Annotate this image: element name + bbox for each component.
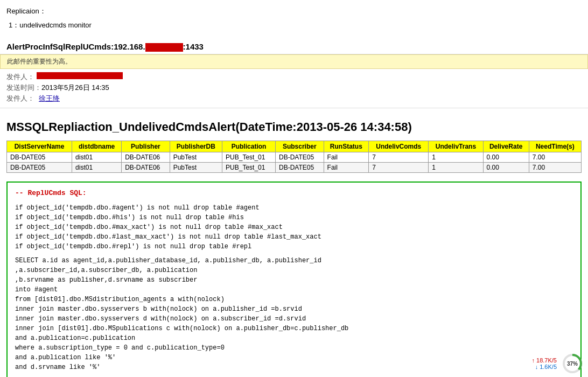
table-row: DB-DATE05 dist01 DB-DATE06 PubTest PUB_T… [7,152,582,163]
alert-proc-suffix: :1433 [183,42,204,51]
sql-line: ,a.subscriber_id,a.subscriber_db, a.publ… [15,266,573,275]
main-body: MSSQLRepliaction_UndelivedCmdsAlert(Date… [0,108,588,377]
replication-label: Replicaion： [6,6,582,16]
cell-undelivtrans-2: 1 [429,163,483,173]
cell-publisher-1: DB-DATE06 [122,152,170,163]
col-deliverate: DeliveRate [483,141,529,152]
alert-proc-line: AlertProcInfSqlReplUCmds:192.168.:1433 [6,42,582,52]
sql-line: from [dist01].dbo.MSdistribution_agents … [15,295,573,304]
sql-line: and a.publication like '%' [15,353,573,362]
cell-runstatus-1: Fail [324,152,369,163]
cell-undelivcomds-2: 7 [369,163,429,173]
cell-needtime-2: 7.00 [529,163,581,173]
percent-label: 37% [567,361,578,367]
cell-needtime-1: 7.00 [529,152,581,163]
col-publisherdb: PublisherDB [170,141,222,152]
cell-undelivcomds-1: 7 [369,152,429,163]
sender-row: 发件人： [6,72,582,82]
sql-line: if object_id('tempdb.dbo.#agent') is not… [15,203,573,213]
cell-publisherdb-1: PubTest [170,152,222,163]
col-distservername: DistServerName [7,141,72,152]
sql-line: SELECT a.id as agent_id,a.publisher_data… [15,256,573,266]
sql-line: if object_id('tempdb.dbo.#max_xact') is … [15,222,573,232]
col-needtime: NeedTime(s) [529,141,581,152]
importance-banner: 此邮件的重要性为高。 [0,54,588,69]
col-undelivcomds: UndelivComds [369,141,429,152]
replication-text: Replicaion： [6,7,46,15]
sql-label: -- ReplUCmds SQL: [15,188,573,199]
col-publisher: Publisher [122,141,170,152]
network-stats: ↑ 18.7K/5 ↓ 1.6K/5 [532,357,557,370]
cell-undelivtrans-1: 1 [429,152,483,163]
cell-publisher-2: DB-DATE06 [122,163,170,173]
table-header-row: DistServerName distdbname Publisher Publ… [7,141,582,152]
monitor-text: 1：undelivedcmds monitor [9,21,92,29]
sql-line: inner join master.dbo.sysservers b with(… [15,304,573,314]
cell-deliverate-2: 0.00 [483,163,529,173]
sender-email-redacted [37,72,123,79]
sql-line: inner join master.dbo.sysservers d with(… [15,314,573,324]
sql-line: if object_id('tempdb.dbo.#repl') is not … [15,242,573,252]
status-bar: ↑ 18.7K/5 ↓ 1.6K/5 37% [528,350,588,377]
importance-text: 此邮件的重要性为高。 [7,58,72,65]
col-undelivtrans: UndelivTrans [429,141,483,152]
table-row: DB-DATE05 dist01 DB-DATE06 PubTest PUB_T… [7,163,582,173]
sql-lines: if object_id('tempdb.dbo.#agent') is not… [15,203,573,372]
upload-stat: ↑ 18.7K/5 [532,357,557,364]
email-body-top: Replicaion： 1：undelivedcmds monitor [0,0,588,41]
send-time-label: 发送时间： [6,83,41,93]
email-container: Replicaion： 1：undelivedcmds monitor Aler… [0,0,588,377]
cell-publication-1: PUB_Test_01 [222,152,276,163]
from-row: 发件人： 徐王绛 [6,94,582,103]
cell-subscriber-1: DB-DATE05 [276,152,324,163]
cell-distdbname-1: dist01 [72,152,122,163]
alert-table: DistServerName distdbname Publisher Publ… [6,141,582,173]
col-distdbname: distdbname [72,141,122,152]
send-time-row: 发送时间： 2013年5月26日 14:35 [6,83,582,93]
cell-publication-2: PUB_Test_01 [222,163,276,173]
sql-line: ,b.srvname as publisher,d.srvname as sub… [15,275,573,285]
cpu-circle: 37% [561,352,584,375]
download-stat: ↓ 1.6K/5 [532,364,557,370]
sql-line: into #agent [15,285,573,295]
send-time-value: 2013年5月26日 14:35 [41,83,109,93]
main-title: MSSQLRepliaction_UndelivedCmdsAlert(Date… [6,120,582,134]
alert-proc-section: AlertProcInfSqlReplUCmds:192.168.:1433 [0,41,588,54]
cell-distdbname-2: dist01 [72,163,122,173]
cell-distservername-1: DB-DATE05 [7,152,72,163]
sql-line: and d.srvname like '%' [15,362,573,372]
alert-proc-prefix: AlertProcInfSqlReplUCmds:192.168. [6,42,145,51]
sql-line: where a.subscription_type = 0 and c.publ… [15,343,573,353]
col-runstatus: RunStatus [324,141,369,152]
cell-deliverate-1: 0.00 [483,152,529,163]
sql-box: -- ReplUCmds SQL: if object_id('tempdb.d… [6,181,582,377]
cell-runstatus-2: Fail [324,163,369,173]
cell-publisherdb-2: PubTest [170,163,222,173]
sql-line: if object_id('tempdb.dbo.#his') is not n… [15,213,573,222]
sender-label-icon: 发件人： [6,72,34,82]
email-meta: 发件人： 发送时间： 2013年5月26日 14:35 发件人： 徐王绛 [0,69,588,108]
cell-distservername-2: DB-DATE05 [7,163,72,173]
sender-name[interactable]: 徐王绛 [39,94,60,103]
sql-line: if object_id('tempdb.dbo.#last_max_xact'… [15,232,573,242]
sql-line: and a.publication=c.publication [15,333,573,343]
ip-redacted [145,43,183,52]
col-subscriber: Subscriber [276,141,324,152]
table-header: DistServerName distdbname Publisher Publ… [7,141,582,152]
sql-blank [15,252,573,256]
cell-subscriber-2: DB-DATE05 [276,163,324,173]
sql-line: inner join [dist01].dbo.MSpublications c… [15,324,573,333]
table-body: DB-DATE05 dist01 DB-DATE06 PubTest PUB_T… [7,152,582,173]
col-publication: Publication [222,141,276,152]
from-label: 发件人： [6,94,39,103]
monitor-item: 1：undelivedcmds monitor [6,20,582,30]
